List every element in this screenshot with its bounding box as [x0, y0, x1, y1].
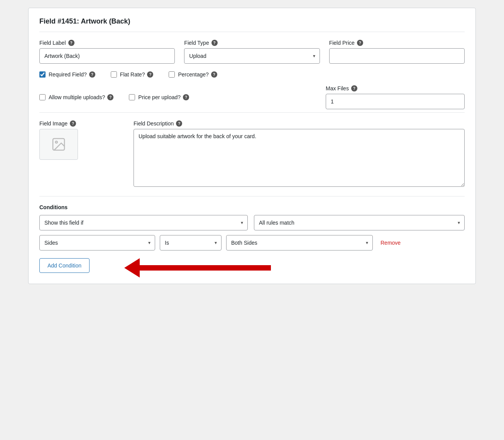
- percentage-checkbox[interactable]: [169, 71, 175, 78]
- field-description-help-icon[interactable]: ?: [176, 120, 182, 127]
- field-description-label: Field Description ?: [134, 120, 465, 127]
- field-label-input[interactable]: [39, 48, 175, 64]
- conditions-title: Conditions: [39, 204, 465, 210]
- allow-multiple-label: Allow multiple uploads? ?: [49, 94, 113, 100]
- all-rules-match-select[interactable]: All rules match Any rules match: [254, 215, 465, 230]
- percentage-help-icon[interactable]: ?: [211, 71, 217, 78]
- field-label-group: Field Label ?: [39, 40, 175, 64]
- show-field-if-wrapper: Show this field if Hide this field if ▾: [39, 215, 248, 230]
- arrow-shape: [124, 258, 271, 278]
- conditions-row-2: Sides Front Only Back Only Both Sides ▾ …: [39, 235, 465, 250]
- max-files-input[interactable]: [326, 94, 465, 109]
- add-condition-area: Add Condition: [39, 258, 465, 273]
- conditions-row-1: Show this field if Hide this field if ▾ …: [39, 215, 465, 230]
- flat-rate-help-icon[interactable]: ?: [147, 71, 153, 78]
- field-image-placeholder[interactable]: [39, 129, 78, 160]
- field-editor-card: Field #1451: Artwork (Back) Field Label …: [28, 8, 476, 284]
- max-files-help-icon[interactable]: ?: [351, 85, 357, 91]
- flat-rate-checkbox[interactable]: [111, 71, 117, 78]
- percentage-row: Percentage? ?: [169, 71, 217, 78]
- field-price-label: Field Price ?: [329, 40, 465, 46]
- flat-rate-label: Flat Rate? ?: [120, 71, 154, 78]
- field-label-help-icon[interactable]: ?: [68, 40, 74, 46]
- price-per-upload-checkbox[interactable]: [129, 94, 135, 100]
- price-per-upload-help-icon[interactable]: ?: [183, 94, 189, 100]
- conditions-section: Conditions Show this field if Hide this …: [39, 204, 465, 273]
- field-description-group: Field Description ? Upload suitable artw…: [134, 120, 465, 187]
- required-field-help-icon[interactable]: ?: [89, 71, 95, 78]
- field-type-group: Field Type ? Upload Text Textarea Select…: [184, 40, 320, 64]
- sides-select[interactable]: Sides Front Only Back Only Both Sides: [39, 235, 155, 250]
- field-type-select[interactable]: Upload Text Textarea Select: [184, 48, 320, 64]
- row-checkboxes: Required Field? ? Flat Rate? ? Percentag…: [39, 71, 465, 78]
- field-price-help-icon[interactable]: ?: [357, 40, 363, 46]
- allow-multiple-checkbox[interactable]: [39, 94, 46, 100]
- all-rules-match-wrapper: All rules match Any rules match ▾: [254, 215, 465, 230]
- field-image-label: Field Image ?: [39, 120, 124, 127]
- arrow-svg: [124, 254, 271, 281]
- sides-select-wrapper: Sides Front Only Back Only Both Sides ▾: [39, 235, 155, 250]
- field-type-help-icon[interactable]: ?: [211, 40, 218, 46]
- field-image-group: Field Image ?: [39, 120, 124, 160]
- field-price-group: Field Price ?: [329, 40, 465, 64]
- red-arrow-indicator: [124, 254, 271, 283]
- required-field-label: Required Field? ?: [49, 71, 95, 78]
- svg-point-1: [56, 141, 58, 143]
- required-field-checkbox[interactable]: [39, 71, 46, 78]
- is-select[interactable]: Is Is Not: [160, 235, 222, 250]
- percentage-label: Percentage? ?: [178, 71, 217, 78]
- allow-multiple-help-icon[interactable]: ?: [107, 94, 113, 100]
- max-files-label: Max Files ?: [326, 85, 465, 91]
- flat-rate-row: Flat Rate? ?: [111, 71, 154, 78]
- both-sides-select-wrapper: Both Sides Front Only Back Only ▾: [226, 235, 373, 250]
- row-uploads: Allow multiple uploads? ? Price per uplo…: [39, 85, 465, 109]
- field-type-select-wrapper: Upload Text Textarea Select ▾: [184, 48, 320, 64]
- show-field-if-select[interactable]: Show this field if Hide this field if: [39, 215, 248, 230]
- both-sides-select[interactable]: Both Sides Front Only Back Only: [226, 235, 373, 250]
- price-per-upload-row: Price per upload? ?: [129, 94, 189, 100]
- row-image-description: Field Image ? Field Description ? Upload…: [39, 120, 465, 187]
- divider-2: [39, 196, 465, 196]
- image-icon: [51, 137, 66, 152]
- divider-1: [39, 112, 465, 113]
- field-type-label: Field Type ?: [184, 40, 320, 46]
- field-label-label: Field Label ?: [39, 40, 175, 46]
- field-price-input[interactable]: [329, 48, 465, 64]
- field-description-textarea[interactable]: Upload suitable artwork for the back of …: [134, 129, 465, 187]
- required-field-row: Required Field? ?: [39, 71, 95, 78]
- field-image-help-icon[interactable]: ?: [70, 120, 76, 127]
- is-select-wrapper: Is Is Not ▾: [160, 235, 222, 250]
- price-per-upload-label: Price per upload? ?: [138, 94, 189, 100]
- row-field-basics: Field Label ? Field Type ? Upload Text T…: [39, 40, 465, 64]
- allow-multiple-row: Allow multiple uploads? ?: [39, 94, 113, 100]
- remove-condition-button[interactable]: Remove: [377, 240, 404, 246]
- card-title: Field #1451: Artwork (Back): [39, 17, 465, 32]
- add-condition-button[interactable]: Add Condition: [39, 258, 90, 273]
- max-files-group: Max Files ?: [326, 85, 465, 109]
